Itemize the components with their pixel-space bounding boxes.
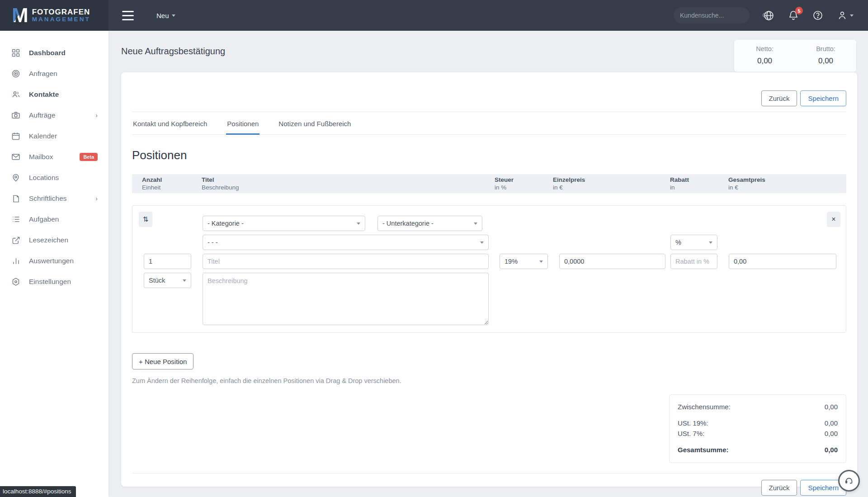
logo-mark-icon: M — [12, 5, 28, 25]
logo-line2: MANAGEMENT — [32, 16, 90, 23]
sidebar-nav: Dashboard Anfragen Kontakte Aufträge › K… — [0, 31, 108, 497]
new-dropdown-label: Neu — [156, 12, 169, 19]
quantity-input[interactable] — [144, 254, 191, 269]
tab-notizen-und-fussbereich[interactable]: Notizen und Fußbereich — [278, 112, 352, 135]
notifications-bell-icon[interactable]: 5 — [788, 10, 799, 21]
user-icon — [837, 10, 848, 21]
sidebar-item-label: Dashboard — [29, 49, 66, 57]
bar-chart-icon — [11, 257, 21, 265]
statusbar-url: localhost:8888/#positions — [0, 486, 76, 497]
external-link-icon — [11, 236, 21, 245]
sidebar-item-aufgaben[interactable]: Aufgaben — [0, 209, 108, 230]
beta-badge: Beta — [80, 153, 98, 161]
unit-price-input[interactable] — [559, 254, 665, 269]
sidebar-item-dashboard[interactable]: Dashboard — [0, 43, 108, 63]
logo-line1: FOTOGRAFEN — [32, 8, 90, 16]
col-rabatt: Rabatt — [670, 176, 728, 183]
col-steuer: Steuer — [495, 176, 553, 183]
category-select[interactable]: - Kategorie - — [203, 216, 365, 231]
language-globe-icon[interactable] — [763, 10, 774, 21]
unit-select[interactable]: Stück — [144, 273, 191, 288]
sidebar-item-label: Schriftliches — [29, 194, 67, 203]
help-icon[interactable] — [812, 10, 823, 21]
subcategory-select[interactable]: - Unterkategorie - — [377, 216, 482, 231]
app-logo[interactable]: M FOTOGRAFEN MANAGEMENT — [0, 0, 108, 31]
chevron-down-icon — [539, 260, 543, 263]
sidebar-item-auftraege[interactable]: Aufträge › — [0, 105, 108, 126]
sidebar-item-auswertungen[interactable]: Auswertungen — [0, 251, 108, 271]
chevron-down-icon — [474, 222, 477, 225]
sidebar-item-schriftliches[interactable]: Schriftliches › — [0, 188, 108, 209]
people-icon — [11, 90, 21, 99]
sidebar-item-label: Kalender — [29, 132, 57, 140]
dashboard-grid-icon — [11, 48, 21, 57]
back-button-bottom[interactable]: Zurück — [761, 480, 797, 496]
task-list-icon — [11, 215, 21, 224]
drag-sort-handle[interactable]: ⇅ — [139, 212, 152, 227]
positions-table-header: AnzahlEinheit TitelBeschreibung Steuerin… — [132, 174, 846, 193]
divider — [132, 473, 846, 473]
customer-search[interactable] — [674, 7, 750, 24]
summary-row-ust19: USt. 19%:0,00 — [678, 418, 838, 428]
gear-icon — [11, 277, 21, 286]
chevron-right-icon: › — [95, 195, 98, 202]
sidebar-item-label: Aufgaben — [29, 215, 59, 223]
summary-row-zwischensumme: Zwischensumme:0,00 — [678, 402, 838, 412]
chevron-down-icon — [183, 279, 186, 282]
summary-row-ust7: USt. 7%:0,00 — [678, 428, 838, 439]
sidebar-item-label: Auswertungen — [29, 257, 74, 265]
summary-box: Zwischensumme:0,00 USt. 19%:0,00 USt. 7%… — [669, 394, 846, 463]
chevron-down-icon — [850, 14, 854, 17]
sidebar-item-mailbox[interactable]: Mailbox Beta — [0, 147, 108, 167]
save-button-top[interactable]: Speichern — [800, 90, 846, 106]
sidebar-item-label: Lesezeichen — [29, 236, 68, 244]
brutto-value: 0,00 — [795, 57, 856, 66]
calendar-icon — [11, 132, 21, 141]
document-icon — [11, 194, 21, 203]
add-position-button[interactable]: + Neue Position — [132, 353, 193, 369]
chevron-down-icon — [709, 241, 712, 244]
app-header: M FOTOGRAFEN MANAGEMENT Neu 5 — [0, 0, 868, 31]
brutto-label: Brutto: — [795, 45, 856, 52]
sidebar-item-einstellungen[interactable]: Einstellungen — [0, 271, 108, 292]
discount-input[interactable] — [670, 254, 717, 269]
chevron-right-icon: › — [95, 112, 98, 119]
sidebar-item-kalender[interactable]: Kalender — [0, 126, 108, 147]
back-button-top[interactable]: Zurück — [761, 90, 797, 106]
total-price-input[interactable] — [729, 254, 836, 269]
sidebar-item-locations[interactable]: Locations — [0, 167, 108, 188]
camera-icon — [11, 111, 21, 120]
search-input[interactable] — [680, 12, 762, 19]
chevron-down-icon — [480, 241, 484, 244]
sidebar-item-label: Mailbox — [29, 153, 53, 161]
chevron-down-icon — [172, 14, 175, 17]
hamburger-menu-icon[interactable] — [122, 8, 137, 23]
new-dropdown[interactable]: Neu — [156, 12, 175, 19]
tab-positionen[interactable]: Positionen — [226, 112, 259, 135]
delete-position-button[interactable]: × — [827, 212, 840, 227]
notification-badge: 5 — [795, 7, 803, 14]
sidebar-item-kontakte[interactable]: Kontakte — [0, 84, 108, 105]
headset-icon — [844, 476, 854, 486]
title-input[interactable] — [203, 254, 489, 269]
form-tabs: Kontakt und Kopfbereich Positionen Notiz… — [132, 112, 846, 135]
tab-kontakt-und-kopfbereich[interactable]: Kontakt und Kopfbereich — [132, 112, 208, 135]
support-chat-button[interactable] — [838, 470, 860, 492]
user-menu[interactable] — [837, 10, 854, 21]
position-row: ⇅ × - Kategorie - - Unterkategorie - - -… — [132, 205, 846, 333]
form-card: Zurück Speichern Kontakt und Kopfbereich… — [121, 72, 857, 487]
discount-unit-select[interactable]: % — [670, 235, 717, 250]
tax-select[interactable]: 19% — [500, 254, 548, 269]
sidebar-item-label: Locations — [29, 174, 59, 182]
sidebar-item-anfragen[interactable]: Anfragen — [0, 63, 108, 84]
drag-drop-hint: Zum Ändern der Reihenfolge, einfach die … — [132, 377, 846, 384]
mail-icon — [11, 152, 21, 161]
chevron-down-icon — [357, 222, 360, 225]
sidebar-item-label: Anfragen — [29, 70, 57, 78]
description-textarea[interactable] — [203, 273, 489, 325]
totals-card: Netto: 0,00 Brutto: 0,00 — [734, 40, 856, 72]
sidebar-item-label: Einstellungen — [29, 278, 71, 286]
template-select[interactable]: - - - — [203, 235, 489, 250]
sidebar-item-lesezeichen[interactable]: Lesezeichen — [0, 230, 108, 251]
target-icon — [11, 69, 21, 78]
